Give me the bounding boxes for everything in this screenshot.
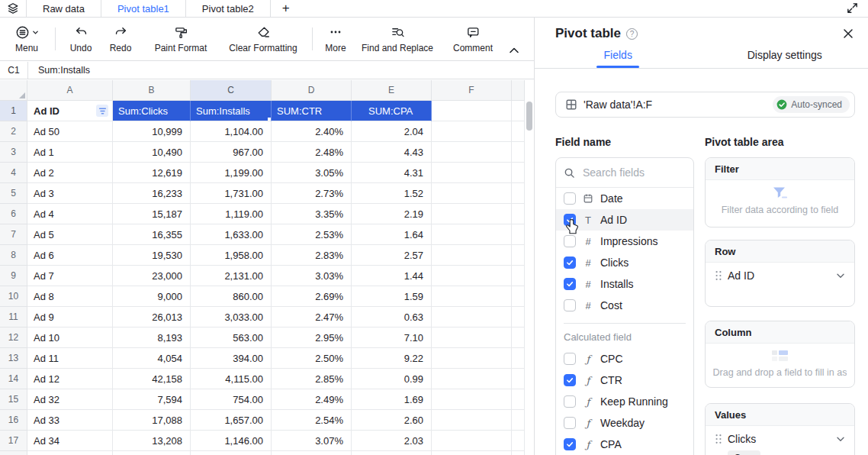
find-replace-button[interactable]: Find and Replace	[357, 24, 438, 53]
cell-ad-id[interactable]: Ad 1	[27, 142, 113, 163]
expand-window-button[interactable]	[846, 2, 859, 15]
cell-ad-id[interactable]: Ad 32	[27, 389, 113, 410]
vertical-scrollbar[interactable]	[526, 102, 532, 131]
cell-ad-id[interactable]: Ad 12	[27, 369, 113, 389]
cell-ctr[interactable]: 2.69%	[272, 286, 352, 307]
cell-empty[interactable]	[512, 389, 525, 410]
cell-ctr[interactable]: 2.54%	[272, 410, 352, 431]
cell-c1-sum-installs-selected[interactable]: Sum:Installs	[191, 101, 272, 121]
cell-ad-id[interactable]: Ad 9	[27, 307, 113, 328]
cell-clicks[interactable]: 15,187	[113, 204, 191, 224]
cell-clicks[interactable]: 10,999	[113, 121, 191, 142]
field-item-weekday[interactable]: ƒ Weekday	[556, 412, 693, 434]
checkbox-checked[interactable]	[564, 257, 576, 269]
cell-empty[interactable]	[432, 224, 512, 245]
cell-clicks[interactable]: 10,490	[113, 142, 191, 163]
cell-empty[interactable]	[432, 369, 512, 389]
cell-installs[interactable]: 967.00	[191, 142, 272, 163]
cell-installs[interactable]: 1,731.00	[191, 183, 272, 204]
more-button[interactable]: More	[320, 24, 351, 53]
cell-empty[interactable]	[432, 451, 512, 455]
cell-clicks[interactable]: 7,594	[113, 389, 191, 410]
cell-empty[interactable]	[432, 410, 512, 431]
cell-installs[interactable]: 1,104.00	[191, 121, 272, 142]
row-number[interactable]: 12	[0, 328, 27, 348]
cell-ad-id[interactable]: Ad 11	[27, 348, 113, 369]
cell-empty[interactable]	[512, 163, 525, 183]
comment-button[interactable]: Comment	[445, 24, 500, 53]
cell-empty[interactable]	[512, 348, 525, 369]
cell-clicks[interactable]: 13,208	[113, 431, 191, 451]
add-sheet-button[interactable]: +	[271, 0, 301, 17]
row-number[interactable]: 11	[0, 307, 27, 328]
undo-button[interactable]: Undo	[63, 24, 98, 53]
cell-installs[interactable]: 4,115.00	[191, 369, 272, 389]
cell-empty[interactable]	[512, 369, 525, 389]
cell-cpa[interactable]: 1.64	[352, 224, 432, 245]
field-item-cost[interactable]: # Cost	[556, 295, 693, 316]
filter-icon[interactable]	[96, 105, 108, 117]
cell-empty[interactable]	[432, 328, 512, 348]
cell-empty[interactable]	[432, 348, 512, 369]
cell-cpa[interactable]: 1.52	[352, 183, 432, 204]
formula-input[interactable]: Sum:Installs	[28, 65, 90, 76]
cell-ctr[interactable]: 2.53%	[272, 224, 352, 245]
cell-ctr[interactable]: 2.73%	[272, 183, 352, 204]
cell-empty[interactable]	[512, 266, 525, 286]
cell-empty[interactable]	[512, 101, 525, 121]
cell-ctr[interactable]: 2.83%	[272, 245, 352, 266]
cell-ctr[interactable]: 2.48%	[272, 142, 352, 163]
cell-ctr[interactable]: 2.47%	[272, 307, 352, 328]
field-item-cpa[interactable]: ƒ CPA	[556, 434, 693, 455]
cell-empty[interactable]	[512, 410, 525, 431]
cell-cpa[interactable]: 9.22	[352, 348, 432, 369]
column-drop-zone[interactable]: Column Drag and drop a field to fill in …	[705, 321, 855, 388]
cell-cpa[interactable]: 2.03	[352, 431, 432, 451]
row-number[interactable]: 6	[0, 204, 27, 224]
cell-ad-id[interactable]: Ad 50	[27, 121, 113, 142]
collapse-toolbar-button[interactable]	[508, 45, 520, 56]
help-icon[interactable]: ?	[626, 28, 638, 40]
select-all-corner[interactable]	[0, 80, 27, 101]
cell-cpa[interactable]: 1.44	[352, 266, 432, 286]
cell-clicks[interactable]: 19,530	[113, 245, 191, 266]
chevron-down-icon[interactable]	[836, 272, 845, 279]
redo-button[interactable]: Redo	[103, 24, 138, 53]
cell-b1-sum-clicks[interactable]: Sum:Clicks	[113, 101, 191, 121]
cell-installs[interactable]: 1,633.00	[191, 224, 272, 245]
cell-cpa[interactable]: 2.60	[352, 410, 432, 431]
cell-cpa[interactable]: 0.99	[352, 369, 432, 389]
row-number[interactable]: 17	[0, 431, 27, 451]
cell-installs[interactable]: 1,119.00	[191, 204, 272, 224]
row-number[interactable]: 10	[0, 286, 27, 307]
cell-empty[interactable]	[512, 328, 525, 348]
cell-empty[interactable]	[432, 286, 512, 307]
cell-ctr[interactable]: 3.07%	[272, 431, 352, 451]
cell-installs[interactable]: 394.00	[191, 348, 272, 369]
cell-empty[interactable]	[432, 163, 512, 183]
cell-empty[interactable]	[512, 451, 525, 455]
clear-formatting-button[interactable]: Clear Formatting	[222, 24, 304, 53]
menu-button[interactable]: Menu	[6, 24, 47, 53]
cell-ad-id[interactable]: Ad 33	[27, 410, 113, 431]
row-number[interactable]: 1	[0, 101, 27, 121]
cell-ad-id[interactable]: Ad 8	[27, 286, 113, 307]
checkbox-unchecked[interactable]	[564, 353, 576, 365]
cell-installs[interactable]: 860.00	[191, 286, 272, 307]
cell-ctr[interactable]: 2.40%	[272, 121, 352, 142]
sheet-tab-pivot-table1[interactable]: Pivot table1	[101, 0, 186, 17]
sheet-list-button[interactable]	[0, 0, 27, 17]
cell-clicks[interactable]: 17,088	[113, 410, 191, 431]
cell-empty[interactable]	[512, 286, 525, 307]
cell-ad-id[interactable]: Ad 5	[27, 224, 113, 245]
cell-ctr[interactable]: 2.50%	[272, 348, 352, 369]
row-number[interactable]	[0, 451, 27, 455]
cell-ad-id[interactable]: Ad 34	[27, 431, 113, 451]
cell-cpa[interactable]: 0.63	[352, 307, 432, 328]
cell-empty[interactable]	[432, 431, 512, 451]
field-item-ctr[interactable]: ƒ CTR	[556, 369, 693, 391]
cell-empty[interactable]	[432, 389, 512, 410]
row-number[interactable]: 9	[0, 266, 27, 286]
cell-empty[interactable]	[432, 142, 512, 163]
row-number[interactable]: 2	[0, 121, 27, 142]
